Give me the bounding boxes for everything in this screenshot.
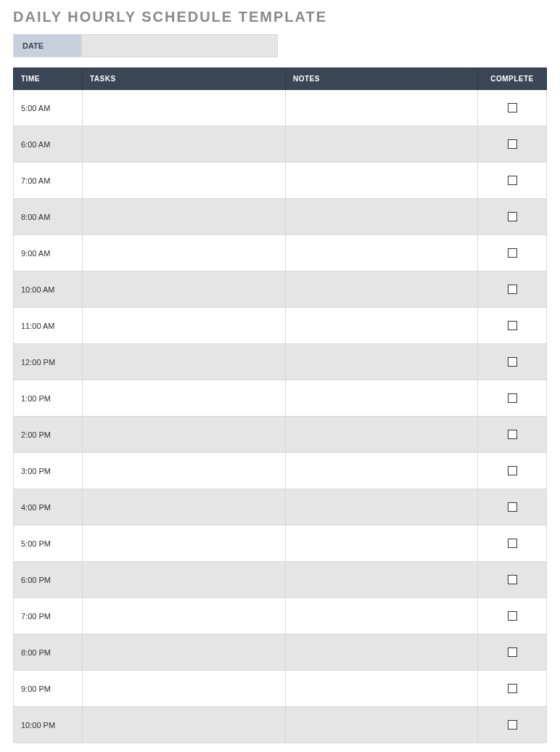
notes-cell[interactable] — [286, 526, 478, 562]
complete-cell — [478, 235, 547, 271]
notes-cell[interactable] — [286, 562, 478, 598]
time-cell: 6:00 PM — [14, 562, 83, 598]
time-cell: 12:00 PM — [14, 344, 83, 380]
complete-checkbox[interactable] — [508, 321, 517, 330]
complete-checkbox[interactable] — [508, 285, 517, 294]
notes-cell[interactable] — [286, 417, 478, 453]
table-row: 8:00 AM — [14, 199, 547, 235]
complete-checkbox[interactable] — [508, 502, 517, 512]
tasks-cell[interactable] — [83, 199, 286, 235]
notes-cell[interactable] — [286, 453, 478, 489]
notes-cell[interactable] — [286, 163, 478, 199]
notes-cell[interactable] — [286, 380, 478, 417]
complete-cell — [478, 90, 547, 126]
complete-checkbox[interactable] — [508, 430, 517, 439]
tasks-cell[interactable] — [83, 634, 286, 671]
notes-cell[interactable] — [286, 235, 478, 271]
complete-cell — [478, 271, 547, 308]
tasks-cell[interactable] — [83, 235, 286, 271]
complete-cell — [478, 453, 547, 489]
complete-cell — [478, 344, 547, 380]
header-complete: COMPLETE — [478, 68, 547, 90]
complete-checkbox[interactable] — [508, 720, 517, 729]
complete-checkbox[interactable] — [508, 539, 517, 548]
time-cell: 6:00 AM — [14, 126, 83, 163]
time-cell: 2:00 PM — [14, 417, 83, 453]
complete-cell — [478, 380, 547, 417]
schedule-table: TIME TASKS NOTES COMPLETE 5:00 AM6:00 AM… — [13, 68, 547, 743]
notes-cell[interactable] — [286, 199, 478, 235]
table-row: 10:00 AM — [14, 271, 547, 308]
notes-cell[interactable] — [286, 344, 478, 380]
complete-cell — [478, 562, 547, 598]
tasks-cell[interactable] — [83, 598, 286, 634]
tasks-cell[interactable] — [83, 453, 286, 489]
time-cell: 11:00 AM — [14, 308, 83, 344]
notes-cell[interactable] — [286, 126, 478, 163]
table-row: 9:00 PM — [14, 671, 547, 707]
complete-cell — [478, 707, 547, 743]
table-row: 5:00 PM — [14, 526, 547, 562]
complete-checkbox[interactable] — [508, 611, 517, 621]
tasks-cell[interactable] — [83, 163, 286, 199]
tasks-cell[interactable] — [83, 344, 286, 380]
notes-cell[interactable] — [286, 90, 478, 126]
complete-checkbox[interactable] — [508, 212, 517, 221]
notes-cell[interactable] — [286, 671, 478, 707]
tasks-cell[interactable] — [83, 417, 286, 453]
complete-cell — [478, 417, 547, 453]
tasks-cell[interactable] — [83, 380, 286, 417]
complete-cell — [478, 634, 547, 671]
tasks-cell[interactable] — [83, 271, 286, 308]
tasks-cell[interactable] — [83, 308, 286, 344]
date-row: DATE — [13, 34, 547, 57]
time-cell: 4:00 PM — [14, 489, 83, 526]
date-input[interactable] — [82, 34, 278, 57]
tasks-cell[interactable] — [83, 526, 286, 562]
time-cell: 8:00 PM — [14, 634, 83, 671]
tasks-cell[interactable] — [83, 707, 286, 743]
table-row: 8:00 PM — [14, 634, 547, 671]
header-tasks: TASKS — [83, 68, 286, 90]
tasks-cell[interactable] — [83, 126, 286, 163]
complete-checkbox[interactable] — [508, 357, 517, 367]
table-row: 6:00 AM — [14, 126, 547, 163]
table-row: 1:00 PM — [14, 380, 547, 417]
tasks-cell[interactable] — [83, 90, 286, 126]
table-row: 7:00 AM — [14, 163, 547, 199]
notes-cell[interactable] — [286, 489, 478, 526]
complete-checkbox[interactable] — [508, 248, 517, 258]
notes-cell[interactable] — [286, 271, 478, 308]
notes-cell[interactable] — [286, 707, 478, 743]
time-cell: 7:00 AM — [14, 163, 83, 199]
tasks-cell[interactable] — [83, 671, 286, 707]
notes-cell[interactable] — [286, 634, 478, 671]
table-row: 2:00 PM — [14, 417, 547, 453]
table-row: 10:00 PM — [14, 707, 547, 743]
table-row: 5:00 AM — [14, 90, 547, 126]
tasks-cell[interactable] — [83, 562, 286, 598]
complete-cell — [478, 126, 547, 163]
header-time: TIME — [14, 68, 83, 90]
time-cell: 9:00 AM — [14, 235, 83, 271]
complete-checkbox[interactable] — [508, 139, 517, 149]
complete-cell — [478, 308, 547, 344]
notes-cell[interactable] — [286, 598, 478, 634]
time-cell: 7:00 PM — [14, 598, 83, 634]
time-cell: 5:00 PM — [14, 526, 83, 562]
time-cell: 10:00 AM — [14, 271, 83, 308]
complete-checkbox[interactable] — [508, 466, 517, 475]
complete-checkbox[interactable] — [508, 393, 517, 403]
table-row: 3:00 PM — [14, 453, 547, 489]
notes-cell[interactable] — [286, 308, 478, 344]
complete-checkbox[interactable] — [508, 103, 517, 113]
time-cell: 8:00 AM — [14, 199, 83, 235]
complete-checkbox[interactable] — [508, 176, 517, 185]
complete-checkbox[interactable] — [508, 647, 517, 657]
table-row: 9:00 AM — [14, 235, 547, 271]
complete-checkbox[interactable] — [508, 684, 517, 693]
time-cell: 5:00 AM — [14, 90, 83, 126]
tasks-cell[interactable] — [83, 489, 286, 526]
table-row: 12:00 PM — [14, 344, 547, 380]
complete-checkbox[interactable] — [508, 575, 517, 584]
